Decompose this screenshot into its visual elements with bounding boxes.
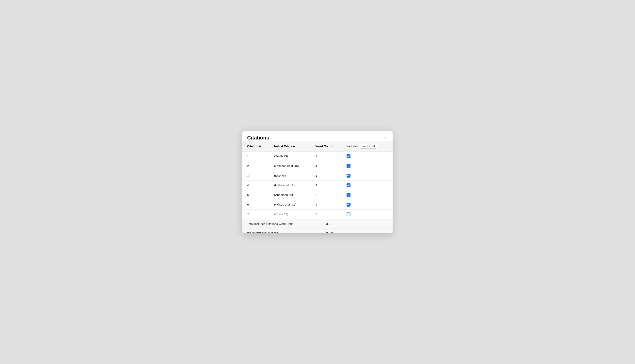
table-row: 5 (Anderson 56) 2 (243, 190, 392, 200)
cell-include (343, 180, 392, 190)
summary-section: Total Included Citations Word Count 30 W… (243, 219, 392, 234)
table-row: 4 (Miller et al. 12) 4 (243, 180, 392, 190)
close-button[interactable]: × (382, 135, 388, 141)
table-body: 1 (Smith 23) 2 2 (Johnson et al. 45) 4 (243, 151, 392, 219)
include-checkbox[interactable] (347, 202, 350, 206)
cell-citation-num: 7 (243, 209, 271, 219)
total-included-label: Total Included Citations Word Count (247, 222, 326, 226)
words-without-label: Words without Citations (247, 231, 326, 234)
cell-citation-num: 4 (243, 180, 271, 190)
table-row: 1 (Smith 23) 2 (243, 151, 392, 161)
cell-in-text: (Smith 23) (271, 151, 312, 161)
cell-word-count: 2 (312, 151, 343, 161)
header-include: Include Unselect All (343, 141, 392, 152)
cell-include (343, 171, 392, 180)
cell-word-count: 4 (312, 161, 343, 171)
cell-include (343, 151, 392, 161)
header-citation-num: Citation # (243, 141, 271, 152)
cell-word-count: 4 (312, 200, 343, 209)
cell-include (343, 209, 392, 219)
unselect-all-button[interactable]: Unselect All (359, 144, 377, 148)
include-checkbox[interactable] (347, 183, 350, 187)
cell-in-text: (Taylor 34) (271, 209, 312, 219)
table-row: 6 (Wilson et al. 89) 4 (243, 200, 392, 209)
words-without-value: 2282 (326, 231, 333, 234)
total-included-row: Total Included Citations Word Count 30 (243, 220, 392, 228)
cell-include (343, 200, 392, 209)
cell-in-text: (Doe 78) (271, 171, 312, 180)
cell-citation-num: 1 (243, 151, 271, 161)
header-in-text: In-text Citation (271, 141, 312, 152)
cell-include (343, 190, 392, 200)
include-checkbox[interactable] (347, 174, 350, 178)
cell-citation-num: 2 (243, 161, 271, 171)
cell-include (343, 161, 392, 171)
modal-title: Citations (247, 135, 269, 141)
modal-body: Citation # In-text Citation Word Count I… (243, 141, 392, 234)
modal-header: Citations × (243, 131, 392, 141)
include-label: Include (347, 144, 357, 148)
cell-in-text: (Miller et al. 12) (271, 180, 312, 190)
cell-in-text: (Anderson 56) (271, 190, 312, 200)
header-word-count: Word Count (312, 141, 343, 152)
total-included-value: 30 (326, 222, 330, 226)
citations-modal: Citations × Citation # In-text Citation … (243, 131, 392, 234)
cell-citation-num: 3 (243, 171, 271, 180)
table-header-row: Citation # In-text Citation Word Count I… (243, 141, 392, 152)
table-row: 3 (Doe 78) 2 (243, 171, 392, 180)
citations-table: Citation # In-text Citation Word Count I… (243, 141, 392, 219)
cell-word-count: 2 (312, 171, 343, 180)
cell-in-text: (Wilson et al. 89) (271, 200, 312, 209)
include-checkbox[interactable] (347, 212, 350, 216)
words-without-row: Words without Citations 2282 (243, 228, 392, 234)
cell-word-count: 2 (312, 209, 343, 219)
cell-citation-num: 6 (243, 200, 271, 209)
table-row: 2 (Johnson et al. 45) 4 (243, 161, 392, 171)
cell-in-text: (Johnson et al. 45) (271, 161, 312, 171)
include-checkbox[interactable] (347, 164, 350, 168)
cell-word-count: 2 (312, 190, 343, 200)
cell-word-count: 4 (312, 180, 343, 190)
include-checkbox[interactable] (347, 154, 350, 158)
table-row: 7 (Taylor 34) 2 (243, 209, 392, 219)
include-checkbox[interactable] (347, 193, 350, 197)
cell-citation-num: 5 (243, 190, 271, 200)
